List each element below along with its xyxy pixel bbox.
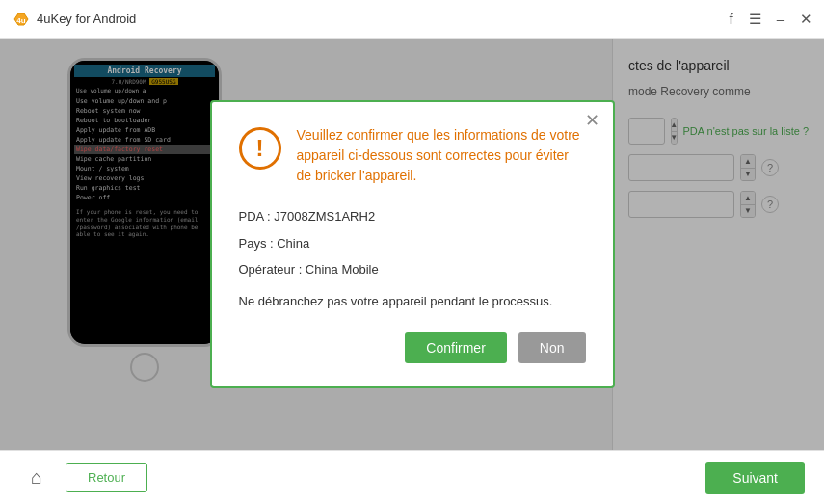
modal-close-button[interactable]: ✕: [585, 112, 599, 129]
modal-warning-text: Ne débranchez pas votre appareil pendant…: [239, 290, 586, 312]
minimize-button[interactable]: –: [777, 12, 784, 26]
modal-operateur-line: Opérateur : China Mobile: [239, 258, 586, 280]
app-logo: 4u 4uKey for Android: [12, 10, 136, 29]
modal-header: ! Veuillez confirmer que les information…: [239, 125, 586, 186]
main-content: Android Recovery 7.0/NRD90M G955USG Use …: [0, 39, 824, 450]
modal-title: Veuillez confirmer que les informations …: [297, 125, 586, 186]
app-title: 4uKey for Android: [37, 12, 136, 26]
home-button[interactable]: ⌂: [19, 461, 54, 495]
modal-footer: Confirmer Non: [239, 332, 586, 363]
back-button[interactable]: Retour: [66, 463, 147, 492]
window-controls: f ☰ – ✕: [729, 12, 812, 26]
next-button[interactable]: Suivant: [705, 462, 805, 494]
modal-body: PDA : J7008ZMS1ARH2 Pays : China Opérate…: [239, 205, 586, 313]
logo-icon: 4u: [12, 10, 31, 29]
close-button[interactable]: ✕: [800, 12, 812, 26]
modal-warning-icon: !: [239, 127, 281, 170]
modal-overlay: ✕ ! Veuillez confirmer que les informati…: [0, 39, 824, 450]
svg-text:4u: 4u: [16, 16, 25, 25]
modal-pda-line: PDA : J7008ZMS1ARH2: [239, 205, 586, 227]
facebook-button[interactable]: f: [729, 12, 732, 26]
confirm-button[interactable]: Confirmer: [405, 332, 506, 363]
bottom-bar: ⌂ Retour Suivant: [0, 450, 824, 504]
modal-pays-line: Pays : China: [239, 232, 586, 254]
titlebar: 4u 4uKey for Android f ☰ – ✕: [0, 0, 824, 39]
modal-dialog: ✕ ! Veuillez confirmer que les informati…: [210, 100, 615, 388]
cancel-button[interactable]: Non: [518, 332, 586, 363]
menu-button[interactable]: ☰: [749, 12, 761, 26]
